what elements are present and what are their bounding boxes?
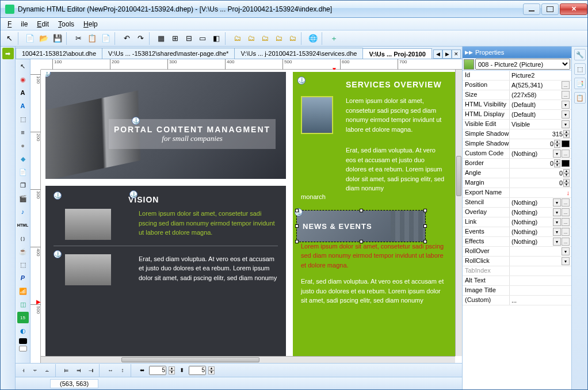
spinner-icon[interactable]: ▲▼ <box>554 140 560 148</box>
vision-thumbnail-2[interactable] <box>65 254 111 285</box>
tab-index[interactable]: V:\Us ... Proj-20100 <box>362 48 432 59</box>
spin-down-icon[interactable]: ▼ <box>169 370 175 374</box>
property-value[interactable]: (Nothing)▾... <box>510 149 571 158</box>
tool-shape-icon[interactable]: ⬚ <box>17 113 29 125</box>
rail-btn-4-icon[interactable]: 📋 <box>574 92 586 104</box>
copy-icon[interactable]: 📋 <box>86 32 98 45</box>
tab-about[interactable]: 100421-153812\about.dhe <box>16 48 102 59</box>
vision-panel[interactable]: ⚓ VISION ⚓ Lorem ipsum dolor sit amet, c… <box>45 186 286 356</box>
property-row[interactable]: Effects(Nothing)▾... <box>463 237 571 247</box>
anchor-icon[interactable]: ⚓ <box>129 190 138 198</box>
property-row[interactable]: Angle0▲▼ <box>463 169 571 178</box>
rail-btn-3-icon[interactable]: 📑 <box>574 78 586 89</box>
property-row[interactable]: Overlay(Nothing)▾... <box>463 208 571 217</box>
dropdown-icon[interactable]: ▾ <box>553 238 561 246</box>
distribute-h-icon[interactable]: ↔ <box>105 365 116 376</box>
horizontal-scrollbar[interactable] <box>41 356 455 363</box>
tool-audio-icon[interactable]: ♪ <box>17 206 29 217</box>
menu-edit[interactable]: Edit <box>32 19 54 29</box>
rail-btn-1-icon[interactable]: 🔧 <box>574 49 586 60</box>
align2-icon[interactable]: ◧ <box>210 32 223 45</box>
left-dock-arrow-icon[interactable]: ➡ <box>2 48 14 59</box>
design-canvas[interactable]: 100 200 300 400 500 600 700 ▼ 100 200 30… <box>30 59 462 363</box>
new-icon[interactable]: 📄 <box>24 32 36 45</box>
guides-icon[interactable]: ⊟ <box>182 32 195 45</box>
menu-file[interactable]: File <box>3 19 32 29</box>
dropdown-icon[interactable]: ▾ <box>553 150 561 158</box>
property-row[interactable]: Custom Code(Nothing)▾... <box>463 149 571 159</box>
tool-chart-icon[interactable]: ◫ <box>17 299 29 310</box>
open-icon[interactable]: 📂 <box>37 32 50 45</box>
menu-tools[interactable]: Tools <box>54 19 79 29</box>
tab-master-page[interactable]: V:\Us ... -153812\shared\master-page.dhe… <box>102 48 235 59</box>
ellipsis-button[interactable]: ... <box>562 228 570 236</box>
rail-btn-2-icon[interactable]: ⬚ <box>574 63 586 75</box>
tool-pointer-icon[interactable]: ↖ <box>17 60 29 72</box>
dropdown-icon[interactable]: ▾ <box>562 101 570 109</box>
tool-java-icon[interactable]: ☕ <box>17 246 29 257</box>
tool-rss-icon[interactable]: 📶 <box>17 285 29 297</box>
tool-ellipse-icon[interactable]: ● <box>17 140 29 151</box>
property-value[interactable]: 0▲▼ <box>510 178 571 188</box>
property-value[interactable] <box>510 286 571 295</box>
property-value[interactable]: (Nothing)▾... <box>510 198 571 207</box>
align-left-icon[interactable]: ⫞ <box>18 365 28 376</box>
property-value[interactable]: (227x58)... <box>510 90 571 100</box>
property-row[interactable]: TabIndex <box>463 266 571 276</box>
undo-icon[interactable]: ↶ <box>120 32 133 45</box>
property-row[interactable]: Alt Text <box>463 276 571 286</box>
property-row[interactable]: (Custom)... <box>463 296 571 305</box>
align-bottom-icon[interactable]: ⫣ <box>86 365 96 376</box>
layer4-icon[interactable]: 🗂 <box>272 32 285 45</box>
property-row[interactable]: Image Title <box>463 286 571 296</box>
property-value[interactable]: (Nothing)▾... <box>510 208 571 217</box>
property-value[interactable]: ▾ <box>510 257 571 266</box>
maximize-button[interactable] <box>541 3 559 15</box>
vertical-scrollbar[interactable] <box>455 70 462 356</box>
property-row[interactable]: HTML Display(Default)▾ <box>463 110 571 120</box>
globe-icon[interactable]: 🌐 <box>307 32 319 45</box>
anchor-icon[interactable]: ⚓ <box>297 77 306 85</box>
tab-scroll-left-icon[interactable]: ◀ <box>433 49 442 59</box>
ruler-vertical[interactable]: 100 200 300 400 500 ▶ <box>30 70 41 363</box>
property-value[interactable]: (Nothing)▾... <box>510 217 571 227</box>
spin-up-icon[interactable]: ▲ <box>208 366 215 370</box>
tab-services[interactable]: V:\Us ... j-20100421-153924\services.dhe <box>234 48 363 59</box>
menu-help[interactable]: Help <box>79 19 102 29</box>
property-row[interactable]: Size(227x58)... <box>463 90 571 100</box>
property-row[interactable]: Simple Shadow315▲▼ <box>463 129 571 139</box>
ellipsis-button[interactable]: ... <box>562 218 570 226</box>
save-icon[interactable]: 💾 <box>51 32 64 45</box>
property-value[interactable]: (Nothing)▾... <box>510 237 571 246</box>
tool-blue-icon[interactable]: ◆ <box>17 153 29 165</box>
ellipsis-button[interactable]: ... <box>562 208 570 216</box>
tool-media-icon[interactable]: 🎬 <box>17 193 29 204</box>
tool-contrast-icon[interactable]: ◐ <box>17 325 29 337</box>
layer3-icon[interactable]: 🗂 <box>258 32 271 45</box>
tool-page-icon[interactable]: 📄 <box>17 166 29 178</box>
layer5-icon[interactable]: 🗂 <box>286 32 299 45</box>
tool-text-icon[interactable]: A <box>17 87 29 98</box>
spinner-icon[interactable]: ▲▼ <box>554 159 560 167</box>
tab-close-icon[interactable]: ✕ <box>452 49 461 59</box>
ellipsis-button[interactable]: ... <box>562 238 570 246</box>
space-v-input[interactable] <box>189 366 206 375</box>
property-value[interactable]: 0▲▼ <box>510 139 571 148</box>
tool-styled-text-icon[interactable]: A <box>17 100 29 112</box>
dropdown-icon[interactable]: ▾ <box>553 208 561 216</box>
color-swatch[interactable] <box>562 160 570 167</box>
property-value[interactable]: ↓ <box>510 188 571 197</box>
spinner-icon[interactable]: ▲▼ <box>563 179 570 187</box>
tool-panel-icon[interactable]: ⬚ <box>17 259 29 270</box>
anchor-icon[interactable]: ⚓ <box>45 72 51 77</box>
property-value[interactable]: 0▲▼ <box>510 169 571 178</box>
dropdown-icon[interactable]: ▾ <box>562 120 570 128</box>
property-row[interactable]: Simple Shadow0▲▼ <box>463 139 571 149</box>
cut-icon[interactable]: ✂ <box>72 32 85 45</box>
align-center-icon[interactable]: ⫟ <box>30 365 40 376</box>
object-selector[interactable]: 008 - Picture2 (Picture) <box>475 59 570 70</box>
property-value[interactable]: 0▲▼ <box>510 159 571 168</box>
property-row[interactable]: Link(Nothing)▾... <box>463 217 571 227</box>
property-value[interactable]: Picture2 <box>510 71 571 80</box>
space-h-icon[interactable]: ⬌ <box>137 365 147 376</box>
